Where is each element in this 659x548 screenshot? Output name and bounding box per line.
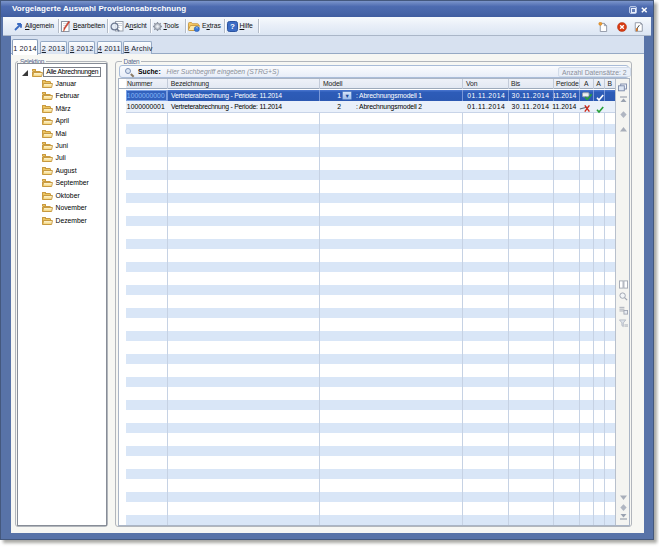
svg-text:?: ? xyxy=(230,22,235,31)
